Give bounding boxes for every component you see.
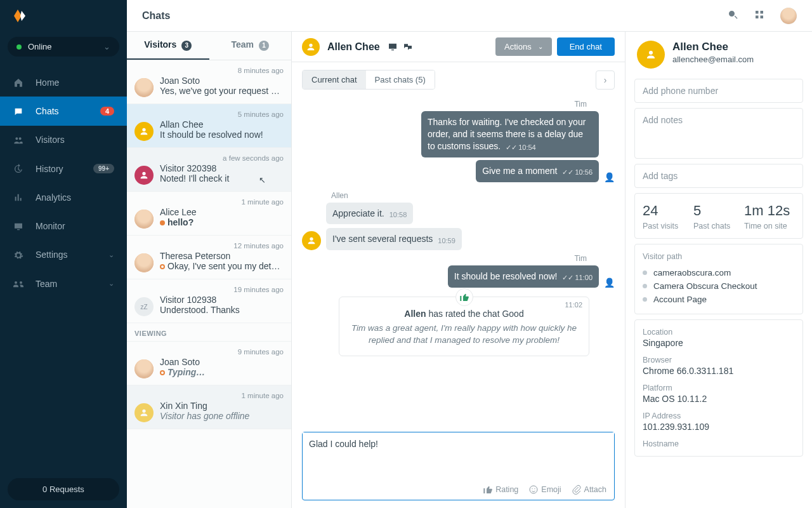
message-bubble: I've sent several requests10:59 (326, 228, 462, 250)
phone-card[interactable]: Add phone number (634, 79, 803, 103)
tab-past-chats[interactable]: Past chats (5) (366, 70, 435, 89)
message-row: Appreciate it.10:58 (302, 203, 615, 225)
conversation-item[interactable]: a few seconds agoVisitor 320398Noted! I'… (127, 148, 291, 192)
svg-point-2 (535, 488, 535, 489)
path-item[interactable]: Account Page (643, 293, 795, 306)
chats-badge: 4 (100, 107, 114, 116)
conversation-item[interactable]: 9 minutes agoJoan SotoTyping… (127, 342, 291, 385)
conv-preview: Okay, I've sent you my detai… (160, 261, 284, 271)
meta-card: LocationSingapore BrowserChrome 66.0.331… (634, 319, 803, 457)
conv-name: Alice Lee (160, 207, 284, 217)
attach-button[interactable]: Attach (572, 485, 606, 495)
platform-label: Platform (643, 384, 795, 392)
avatar (134, 78, 154, 97)
conversation-item[interactable]: 5 minutes agoAllan CheeIt should be reso… (127, 104, 291, 148)
conv-preview: Typing… (160, 367, 284, 377)
read-check-icon: ✓✓ (562, 274, 573, 281)
requests-label: 0 Requests (43, 485, 84, 494)
chat-avatar (302, 38, 320, 56)
conv-name: Visitor 102938 (160, 295, 284, 305)
toolbar-label: Attach (584, 485, 606, 494)
nav-monitor[interactable]: Monitor (0, 211, 127, 240)
status-selector[interactable]: Online ⌄ (8, 37, 119, 57)
status-label: Online (28, 42, 52, 51)
visitor-avatar (302, 231, 321, 250)
unread-dot-icon (160, 220, 165, 225)
nav-analytics[interactable]: Analytics (0, 183, 127, 211)
agent-avatar: 👤 (604, 172, 615, 182)
agent-avatar: 👤 (604, 277, 615, 288)
page-title: Chats (142, 10, 170, 22)
stat-chats-value: 5 (693, 203, 744, 219)
nav-home[interactable]: Home (0, 68, 127, 97)
chat-icon (13, 105, 24, 116)
tab-team[interactable]: Team 1 (209, 32, 292, 60)
button-label: Actions (504, 42, 532, 51)
tab-label: Current chat (311, 75, 357, 84)
path-item[interactable]: Camera Obscura Checkout (643, 279, 795, 293)
path-dot-icon (643, 297, 647, 302)
message-time: 10:54 (518, 144, 536, 151)
conversation-item[interactable]: zZ 19 minutes agoVisitor 102938Understoo… (127, 279, 291, 323)
nav-chats[interactable]: Chats4 (0, 97, 127, 125)
message-bubble: Appreciate it.10:58 (326, 203, 413, 225)
conversation-item[interactable]: 12 minutes agoTheresa PetersonOkay, I've… (127, 236, 291, 279)
requests-pill[interactable]: 0 Requests (8, 478, 119, 500)
rating-comment: Tim was a great agent, I'm really happy … (350, 323, 579, 347)
tags-card[interactable]: Add tags (634, 164, 803, 188)
chat-pane: Allen Chee Actions⌄ End chat Current cha… (292, 32, 625, 508)
tab-label: Visitors (144, 39, 176, 50)
tab-visitors[interactable]: Visitors 3 (127, 32, 209, 60)
nav-label: Home (36, 77, 59, 88)
rating-button[interactable]: Rating (483, 485, 518, 495)
viewing-section-label: VIEWING (127, 323, 291, 342)
conversation-item[interactable]: 1 minute agoXin Xin TingVisitor has gone… (127, 385, 291, 429)
rating-time: 11:02 (565, 301, 582, 309)
path-item[interactable]: cameraobscura.com (643, 266, 795, 279)
conv-name: Allan Chee (160, 119, 284, 130)
chat-title: Allen Chee (327, 41, 380, 53)
notes-card[interactable]: Add notes (634, 108, 803, 159)
collapse-button[interactable]: › (596, 70, 615, 90)
chat-header: Allen Chee Actions⌄ End chat (292, 32, 625, 62)
tab-count: 1 (259, 41, 269, 51)
transfer-icon[interactable] (403, 41, 413, 52)
emoji-button[interactable]: Emoji (528, 485, 561, 495)
stat-visits-label: Past visits (643, 222, 693, 231)
actions-dropdown[interactable]: Actions⌄ (495, 37, 552, 56)
nav-team[interactable]: Team⌄ (0, 269, 127, 298)
message-input[interactable]: Glad I could help! (303, 432, 614, 481)
pending-ring-icon (160, 264, 165, 269)
end-chat-button[interactable]: End chat (557, 37, 615, 56)
info-pane: Allen Chee allenchee@email.com Add phone… (625, 32, 812, 508)
nav-label: Team (36, 279, 57, 289)
conversation-item[interactable]: 1 minute agoAlice Leehello? (127, 192, 291, 236)
rating-title: Allen has rated the chat Good (350, 309, 579, 319)
search-icon[interactable] (727, 9, 738, 22)
tab-current-chat[interactable]: Current chat (303, 70, 366, 89)
message-time: 10:59 (438, 236, 455, 246)
conversation-item[interactable]: 8 minutes agoJoan SotoYes, we've got you… (127, 60, 291, 104)
user-avatar[interactable] (780, 8, 797, 24)
sender-label: Tim (302, 254, 615, 263)
visitor-avatar (637, 41, 665, 69)
conv-time: 1 minute ago (160, 198, 284, 206)
tab-label: Team (232, 39, 254, 50)
sender-label: Tim (302, 100, 615, 109)
analytics-icon (13, 192, 24, 203)
nav-visitors[interactable]: Visitors (0, 126, 127, 154)
apps-icon[interactable] (754, 9, 765, 22)
nav-history[interactable]: History99+ (0, 154, 127, 183)
composer-toolbar: Rating Emoji Attach (303, 481, 614, 500)
avatar-idle: zZ (134, 297, 154, 316)
tab-label: Past chats (5) (375, 75, 426, 84)
svg-point-0 (530, 486, 537, 493)
desktop-icon[interactable] (388, 41, 398, 52)
nav-label: Chats (36, 106, 59, 116)
nav-settings[interactable]: Settings⌄ (0, 241, 127, 269)
toolbar-label: Rating (495, 485, 518, 494)
avatar (134, 122, 154, 141)
conv-preview: Yes, we've got your request an… (160, 86, 284, 96)
path-label: cameraobscura.com (653, 268, 731, 277)
visitor-path-label: Visitor path (643, 252, 795, 261)
